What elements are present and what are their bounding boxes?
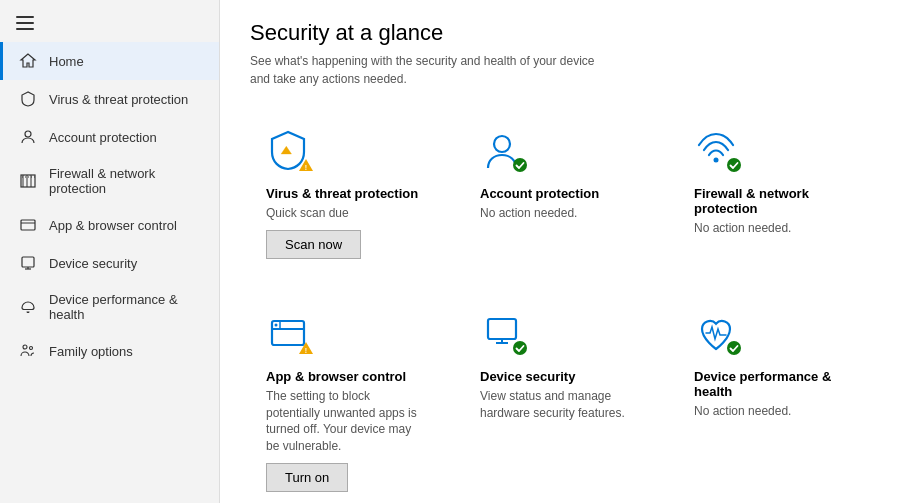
sidebar-item-account[interactable]: Account protection: [0, 118, 219, 156]
sidebar-item-device-perf[interactable]: Device performance & health: [0, 282, 219, 332]
shield-icon: [19, 90, 37, 108]
hamburger-button[interactable]: [0, 8, 219, 42]
account-card-status: No action needed.: [480, 205, 638, 222]
firewall-card-title: Firewall & network protection: [694, 186, 852, 216]
svg-marker-9: [281, 146, 291, 154]
device-security-card-status: View status and manage hardware security…: [480, 388, 638, 422]
sidebar-item-account-label: Account protection: [49, 130, 157, 145]
success-badge-perf: [726, 340, 742, 359]
account-card: Account protection No action needed.: [464, 112, 654, 275]
browser-icon: [19, 216, 37, 234]
sidebar-item-device-perf-label: Device performance & health: [49, 292, 203, 322]
virus-card-title: Virus & threat protection: [266, 186, 424, 201]
svg-point-20: [275, 323, 278, 326]
svg-point-13: [494, 136, 510, 152]
svg-text:!: !: [305, 346, 307, 353]
cards-grid: ! ! Virus & threat protection Quick scan…: [250, 112, 868, 503]
firewall-card-icon: [694, 128, 742, 176]
sidebar-item-home-label: Home: [49, 54, 84, 69]
svg-point-16: [727, 158, 741, 172]
sidebar-item-browser-label: App & browser control: [49, 218, 177, 233]
svg-point-0: [25, 131, 31, 137]
svg-rect-23: [488, 319, 516, 339]
device-perf-card-icon: [694, 311, 742, 359]
home-icon: [19, 52, 37, 70]
success-badge-firewall: [726, 157, 742, 176]
device-perf-card-status: No action needed.: [694, 403, 852, 420]
firewall-card-status: No action needed.: [694, 220, 852, 237]
sidebar-item-home[interactable]: Home: [0, 42, 219, 80]
svg-rect-2: [21, 220, 35, 230]
sidebar-item-family-label: Family options: [49, 344, 133, 359]
virus-card: ! ! Virus & threat protection Quick scan…: [250, 112, 440, 275]
device-security-card: Device security View status and manage h…: [464, 295, 654, 503]
firewall-icon: [19, 172, 37, 190]
family-icon: [19, 342, 37, 360]
success-badge-device: [512, 340, 528, 359]
svg-point-26: [513, 341, 527, 355]
device-perf-card: Device performance & health No action ne…: [678, 295, 868, 503]
browser-card-title: App & browser control: [266, 369, 424, 384]
svg-text:!: !: [287, 161, 289, 168]
device-security-icon: [19, 254, 37, 272]
sidebar-item-browser[interactable]: App & browser control: [0, 206, 219, 244]
svg-point-8: [30, 347, 33, 350]
virus-card-status: Quick scan due: [266, 205, 424, 222]
success-badge: [512, 157, 528, 176]
svg-point-7: [23, 345, 27, 349]
account-icon: [19, 128, 37, 146]
sidebar-item-family[interactable]: Family options: [0, 332, 219, 370]
account-card-icon: [480, 128, 528, 176]
account-card-title: Account protection: [480, 186, 638, 201]
hamburger-icon: [16, 16, 34, 30]
browser-card-icon: !: [266, 311, 314, 359]
scan-now-button[interactable]: Scan now: [266, 230, 361, 259]
sidebar-item-virus[interactable]: Virus & threat protection: [0, 80, 219, 118]
svg-point-15: [714, 158, 719, 163]
browser-card-status: The setting to block potentially unwante…: [266, 388, 424, 455]
warning-badge: !: [298, 157, 314, 176]
warning-badge-browser: !: [298, 340, 314, 359]
device-security-card-icon: [480, 311, 528, 359]
virus-card-icon: ! !: [266, 128, 314, 176]
sidebar-item-firewall[interactable]: Firewall & network protection: [0, 156, 219, 206]
main-content: Security at a glance See what's happenin…: [220, 0, 898, 503]
firewall-card: Firewall & network protection No action …: [678, 112, 868, 275]
page-subtitle: See what's happening with the security a…: [250, 52, 868, 88]
sidebar: Home Virus & threat protection Account p…: [0, 0, 220, 503]
sidebar-item-virus-label: Virus & threat protection: [49, 92, 188, 107]
device-perf-icon: [19, 298, 37, 316]
device-perf-card-title: Device performance & health: [694, 369, 852, 399]
browser-card: ! App & browser control The setting to b…: [250, 295, 440, 503]
svg-text:!: !: [305, 164, 307, 171]
svg-point-27: [727, 341, 741, 355]
sidebar-item-device-security-label: Device security: [49, 256, 137, 271]
sidebar-item-device-security[interactable]: Device security: [0, 244, 219, 282]
page-title: Security at a glance: [250, 20, 868, 46]
sidebar-item-firewall-label: Firewall & network protection: [49, 166, 203, 196]
turn-on-button[interactable]: Turn on: [266, 463, 348, 492]
device-security-card-title: Device security: [480, 369, 638, 384]
svg-rect-4: [22, 257, 34, 267]
svg-point-14: [513, 158, 527, 172]
